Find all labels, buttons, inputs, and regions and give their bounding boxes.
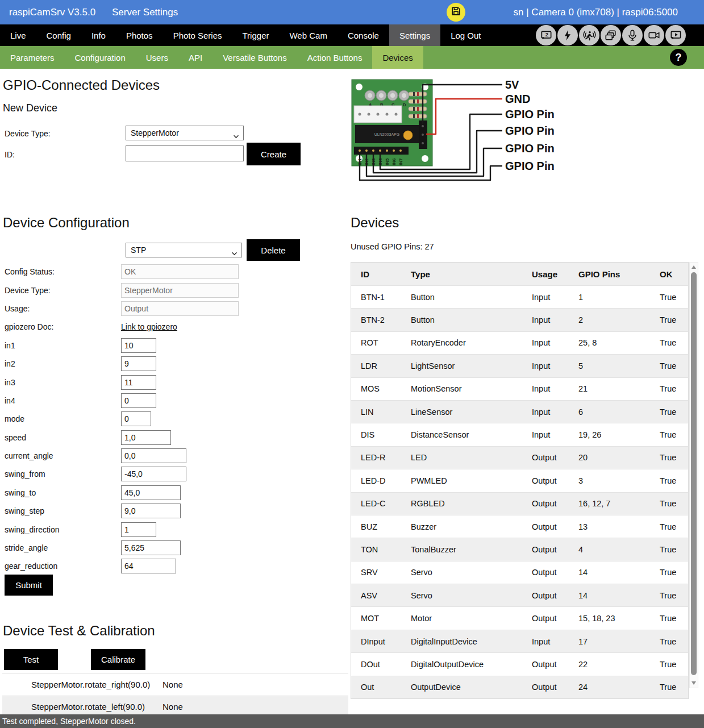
- config-input-in3[interactable]: [121, 375, 156, 390]
- cell-ok: True: [660, 361, 688, 371]
- cell-type: Button: [411, 293, 532, 302]
- config-input-current-angle[interactable]: [121, 448, 186, 463]
- wire-label-gnd: GND: [505, 93, 530, 105]
- config-row-in3: in3: [0, 373, 349, 391]
- cell-gpio-pins: 20: [578, 453, 660, 462]
- subnav-item-devices[interactable]: Devices: [372, 46, 423, 69]
- calibrate-button[interactable]: Calibrate: [91, 649, 145, 670]
- nav-item-trigger[interactable]: Trigger: [232, 24, 280, 46]
- cell-gpio-pins: 4: [578, 545, 660, 554]
- help-icon[interactable]: ?: [670, 49, 687, 66]
- nav-item-console[interactable]: Console: [338, 24, 389, 46]
- scroll-down-icon[interactable]: [691, 681, 696, 685]
- camera-2-icon[interactable]: 2: [536, 25, 556, 45]
- subnav-item-users[interactable]: Users: [136, 46, 178, 69]
- config-field-label: in4: [0, 396, 121, 405]
- test-result-value: None: [163, 680, 183, 689]
- config-input-swing-direction[interactable]: [121, 522, 156, 537]
- cell-id: LED-C: [361, 499, 411, 508]
- cell-usage: Output: [532, 591, 578, 600]
- cell-id: MOT: [361, 614, 411, 623]
- stepper-driver-wiring-diagram: A B C D ULN2003APG: [351, 77, 564, 185]
- device-select[interactable]: STP: [126, 243, 242, 257]
- cell-type: Servo: [411, 591, 532, 600]
- nav-item-config[interactable]: Config: [36, 24, 81, 46]
- cell-gpio-pins: 19, 26: [578, 430, 660, 439]
- scrollbar-thumb[interactable]: [691, 272, 697, 675]
- subnav-item-versatile-buttons[interactable]: Versatile Buttons: [213, 46, 297, 69]
- svg-text:IN7: IN7: [398, 158, 403, 165]
- cell-type: LED: [411, 453, 532, 462]
- header-gpio-pins: GPIO Pins: [578, 269, 660, 279]
- subnav-item-api[interactable]: API: [178, 46, 213, 69]
- devices-table-scrollbar[interactable]: [689, 262, 698, 688]
- wire-label-5v: 5V: [505, 78, 519, 91]
- config-input-swing-from[interactable]: [121, 467, 186, 481]
- config-input-mode[interactable]: [121, 411, 151, 426]
- microphone-icon[interactable]: [622, 25, 643, 45]
- table-row: TONTonalBuzzerOutput4True: [351, 538, 688, 561]
- scroll-up-icon[interactable]: [691, 265, 696, 269]
- config-row-usage: Usage:: [0, 299, 349, 318]
- test-button[interactable]: Test: [4, 649, 58, 670]
- subnav-item-configuration[interactable]: Configuration: [65, 46, 136, 69]
- device-id-input[interactable]: [126, 145, 244, 161]
- cell-gpio-pins: 25, 8: [578, 338, 660, 347]
- config-row-in2: in2: [0, 355, 349, 373]
- config-row-speed: speed: [0, 429, 349, 447]
- config-input-swing-to[interactable]: [121, 485, 181, 500]
- motion-sensor-icon[interactable]: [579, 25, 599, 45]
- subnav-item-action-buttons[interactable]: Action Buttons: [297, 46, 373, 69]
- nav-item-photos[interactable]: Photos: [116, 24, 163, 46]
- device-type-label: Device Type:: [5, 129, 51, 138]
- video-camera-icon[interactable]: [644, 25, 664, 45]
- nav-item-info[interactable]: Info: [81, 24, 116, 46]
- nav-item-photo-series[interactable]: Photo Series: [163, 24, 232, 46]
- config-input-gear-reduction[interactable]: [121, 559, 176, 573]
- cell-usage: Input: [532, 637, 578, 646]
- nav-item-web-cam[interactable]: Web Cam: [279, 24, 337, 46]
- nav-item-live[interactable]: Live: [0, 24, 36, 46]
- cell-ok: True: [660, 407, 688, 417]
- nav-item-settings[interactable]: Settings: [389, 24, 440, 46]
- save-settings-button[interactable]: [447, 3, 465, 22]
- cell-type: RotaryEncoder: [411, 338, 532, 347]
- svg-text:2: 2: [545, 31, 548, 38]
- config-row-in4: in4: [0, 392, 349, 410]
- cell-ok: True: [660, 384, 688, 393]
- config-input-in1[interactable]: [121, 338, 156, 353]
- create-button[interactable]: Create: [247, 143, 301, 165]
- chevron-down-icon: [233, 131, 239, 140]
- media-player-icon[interactable]: [665, 25, 686, 45]
- device-type-select[interactable]: StepperMotor: [126, 126, 244, 140]
- flash-icon[interactable]: [557, 25, 578, 45]
- nav-item-log-out[interactable]: Log Out: [440, 24, 491, 46]
- submit-button[interactable]: Submit: [5, 575, 53, 596]
- cell-usage: Output: [532, 545, 578, 554]
- cell-type: LightSensor: [411, 361, 532, 371]
- delete-button[interactable]: Delete: [247, 239, 300, 261]
- config-row-mode: mode: [0, 410, 349, 428]
- subnav-item-parameters[interactable]: Parameters: [0, 46, 65, 69]
- config-input-in4[interactable]: [121, 393, 156, 408]
- svg-text:D: D: [403, 102, 406, 107]
- cell-gpio-pins: 2: [578, 315, 660, 325]
- gpiozero-doc-link[interactable]: Link to gpiozero: [121, 322, 177, 331]
- wire-label-gpio-1: GPIO Pin: [505, 108, 555, 120]
- header-ok: OK: [660, 269, 688, 279]
- config-row-gpiozero-doc: gpiozero Doc:Link to gpiozero: [0, 318, 349, 336]
- config-input-in2[interactable]: [121, 356, 156, 371]
- table-row: ASVServoOutput14True: [351, 584, 688, 607]
- cell-gpio-pins: 15, 18, 23: [578, 614, 660, 623]
- photo-series-icon[interactable]: [601, 25, 621, 45]
- cell-gpio-pins: 22: [578, 660, 660, 669]
- cell-usage: Input: [532, 384, 578, 393]
- config-row-swing-direction: swing_direction: [0, 520, 349, 538]
- cell-usage: Output: [532, 660, 578, 669]
- cell-type: RGBLED: [411, 499, 532, 508]
- chevron-down-icon: [231, 248, 238, 257]
- config-input-stride-angle[interactable]: [121, 540, 181, 555]
- config-input-speed[interactable]: [121, 430, 171, 445]
- settings-subnav: ParametersConfigurationUsersAPIVersatile…: [0, 46, 704, 69]
- config-input-swing-step[interactable]: [121, 504, 181, 518]
